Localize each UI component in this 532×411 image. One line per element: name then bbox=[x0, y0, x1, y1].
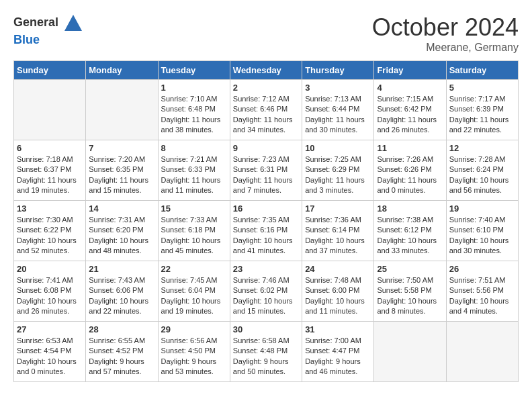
day-number: 29 bbox=[161, 324, 227, 334]
sunset: Sunset: 6:26 PM bbox=[377, 165, 443, 175]
day-number: 14 bbox=[89, 203, 154, 214]
daylight: Daylight: 11 hours and 30 minutes. bbox=[305, 115, 371, 136]
calendar-cell: 10Sunrise: 7:25 AMSunset: 6:29 PMDayligh… bbox=[302, 140, 374, 201]
sunrise: Sunrise: 7:30 AM bbox=[17, 215, 83, 225]
calendar-cell: 12Sunrise: 7:28 AMSunset: 6:24 PMDayligh… bbox=[446, 140, 518, 201]
daylight: Daylight: 10 hours and 4 minutes. bbox=[449, 296, 515, 317]
sunset: Sunset: 6:12 PM bbox=[377, 225, 443, 235]
sunrise: Sunrise: 7:43 AM bbox=[89, 275, 154, 285]
calendar-cell: 5Sunrise: 7:17 AMSunset: 6:39 PMDaylight… bbox=[446, 80, 518, 140]
sunrise: Sunrise: 7:28 AM bbox=[449, 154, 515, 165]
sunrise: Sunrise: 7:12 AM bbox=[233, 94, 299, 104]
calendar-cell: 13Sunrise: 7:30 AMSunset: 6:22 PMDayligh… bbox=[14, 201, 86, 261]
daylight: Daylight: 9 hours and 57 minutes. bbox=[89, 357, 154, 377]
calendar-cell: 2Sunrise: 7:12 AMSunset: 6:46 PMDaylight… bbox=[230, 80, 302, 140]
sunrise: Sunrise: 7:35 AM bbox=[233, 215, 299, 225]
sunrise: Sunrise: 7:46 AM bbox=[233, 275, 299, 285]
sunset: Sunset: 6:00 PM bbox=[305, 285, 371, 295]
day-number: 11 bbox=[377, 143, 443, 153]
daylight: Daylight: 11 hours and 22 minutes. bbox=[449, 115, 515, 136]
sunrise: Sunrise: 7:21 AM bbox=[161, 154, 227, 165]
sunset: Sunset: 6:06 PM bbox=[89, 285, 154, 295]
day-info: Sunrise: 6:58 AMSunset: 4:48 PMDaylight:… bbox=[233, 336, 299, 377]
sunset: Sunset: 6:18 PM bbox=[161, 225, 227, 235]
day-info: Sunrise: 6:56 AMSunset: 4:50 PMDaylight:… bbox=[161, 336, 227, 377]
calendar-cell: 21Sunrise: 7:43 AMSunset: 6:06 PMDayligh… bbox=[86, 261, 158, 322]
sunset: Sunset: 6:35 PM bbox=[89, 165, 154, 175]
sunrise: Sunrise: 7:20 AM bbox=[89, 154, 154, 165]
day-number: 2 bbox=[233, 83, 299, 93]
day-info: Sunrise: 7:26 AMSunset: 6:26 PMDaylight:… bbox=[377, 154, 443, 196]
daylight: Daylight: 10 hours and 45 minutes. bbox=[161, 236, 227, 257]
sunset: Sunset: 6:10 PM bbox=[449, 225, 515, 235]
calendar-cell: 30Sunrise: 6:58 AMSunset: 4:48 PMDayligh… bbox=[230, 322, 302, 382]
daylight: Daylight: 9 hours and 53 minutes. bbox=[161, 357, 227, 377]
sunset: Sunset: 6:48 PM bbox=[161, 104, 227, 114]
calendar-cell: 26Sunrise: 7:51 AMSunset: 5:56 PMDayligh… bbox=[446, 261, 518, 322]
day-info: Sunrise: 7:23 AMSunset: 6:31 PMDaylight:… bbox=[233, 154, 299, 196]
day-number: 6 bbox=[17, 143, 83, 153]
sunrise: Sunrise: 7:25 AM bbox=[305, 154, 371, 165]
day-info: Sunrise: 7:17 AMSunset: 6:39 PMDaylight:… bbox=[449, 94, 515, 136]
sunset: Sunset: 4:47 PM bbox=[305, 346, 371, 356]
day-info: Sunrise: 7:43 AMSunset: 6:06 PMDaylight:… bbox=[89, 275, 154, 317]
day-number: 1 bbox=[161, 83, 227, 93]
calendar-cell bbox=[446, 322, 518, 382]
calendar-cell: 9Sunrise: 7:23 AMSunset: 6:31 PMDaylight… bbox=[230, 140, 302, 201]
column-header-friday: Friday bbox=[374, 61, 446, 80]
daylight: Daylight: 11 hours and 34 minutes. bbox=[233, 115, 299, 136]
column-header-monday: Monday bbox=[86, 61, 158, 80]
daylight: Daylight: 10 hours and 11 minutes. bbox=[305, 296, 371, 317]
calendar-cell bbox=[14, 80, 86, 140]
calendar-cell: 28Sunrise: 6:55 AMSunset: 4:52 PMDayligh… bbox=[86, 322, 158, 382]
daylight: Daylight: 10 hours and 37 minutes. bbox=[305, 236, 371, 257]
day-info: Sunrise: 7:41 AMSunset: 6:08 PMDaylight:… bbox=[17, 275, 83, 317]
day-info: Sunrise: 7:48 AMSunset: 6:00 PMDaylight:… bbox=[305, 275, 371, 317]
day-number: 5 bbox=[449, 83, 515, 93]
sunset: Sunset: 6:22 PM bbox=[17, 225, 83, 235]
day-number: 10 bbox=[305, 143, 371, 153]
daylight: Daylight: 11 hours and 26 minutes. bbox=[377, 115, 443, 136]
daylight: Daylight: 11 hours and 7 minutes. bbox=[233, 175, 299, 196]
month-title: October 2024 bbox=[372, 13, 519, 42]
day-number: 4 bbox=[377, 83, 443, 93]
calendar-cell: 25Sunrise: 7:50 AMSunset: 5:58 PMDayligh… bbox=[374, 261, 446, 322]
header-row: SundayMondayTuesdayWednesdayThursdayFrid… bbox=[14, 61, 519, 80]
day-number: 25 bbox=[377, 264, 443, 274]
sunrise: Sunrise: 7:45 AM bbox=[161, 275, 227, 285]
day-info: Sunrise: 7:51 AMSunset: 5:56 PMDaylight:… bbox=[449, 275, 515, 317]
sunset: Sunset: 6:37 PM bbox=[17, 165, 83, 175]
day-number: 15 bbox=[161, 203, 227, 214]
logo-blue: Blue bbox=[13, 34, 83, 47]
daylight: Daylight: 10 hours and 52 minutes. bbox=[17, 236, 83, 257]
day-number: 28 bbox=[89, 324, 154, 334]
daylight: Daylight: 9 hours and 50 minutes. bbox=[233, 357, 299, 377]
day-number: 23 bbox=[233, 264, 299, 274]
sunset: Sunset: 6:02 PM bbox=[233, 285, 299, 295]
sunrise: Sunrise: 7:10 AM bbox=[161, 94, 227, 104]
week-row-3: 13Sunrise: 7:30 AMSunset: 6:22 PMDayligh… bbox=[14, 201, 519, 261]
daylight: Daylight: 10 hours and 33 minutes. bbox=[377, 236, 443, 257]
column-header-wednesday: Wednesday bbox=[230, 61, 302, 80]
sunrise: Sunrise: 7:15 AM bbox=[377, 94, 443, 104]
daylight: Daylight: 10 hours and 22 minutes. bbox=[89, 296, 154, 317]
day-info: Sunrise: 7:50 AMSunset: 5:58 PMDaylight:… bbox=[377, 275, 443, 317]
day-info: Sunrise: 7:21 AMSunset: 6:33 PMDaylight:… bbox=[161, 154, 227, 196]
day-info: Sunrise: 7:12 AMSunset: 6:46 PMDaylight:… bbox=[233, 94, 299, 136]
sunset: Sunset: 6:08 PM bbox=[17, 285, 83, 295]
daylight: Daylight: 11 hours and 3 minutes. bbox=[305, 175, 371, 196]
day-info: Sunrise: 7:40 AMSunset: 6:10 PMDaylight:… bbox=[449, 215, 515, 257]
daylight: Daylight: 10 hours and 30 minutes. bbox=[449, 236, 515, 257]
day-info: Sunrise: 7:33 AMSunset: 6:18 PMDaylight:… bbox=[161, 215, 227, 257]
sunset: Sunset: 6:39 PM bbox=[449, 104, 515, 114]
day-info: Sunrise: 7:30 AMSunset: 6:22 PMDaylight:… bbox=[17, 215, 83, 257]
day-info: Sunrise: 7:46 AMSunset: 6:02 PMDaylight:… bbox=[233, 275, 299, 317]
sunset: Sunset: 4:54 PM bbox=[17, 346, 83, 356]
day-number: 7 bbox=[89, 143, 154, 153]
day-number: 8 bbox=[161, 143, 227, 153]
sunrise: Sunrise: 7:18 AM bbox=[17, 154, 83, 165]
sunset: Sunset: 6:20 PM bbox=[89, 225, 154, 235]
sunrise: Sunrise: 6:58 AM bbox=[233, 336, 299, 346]
sunrise: Sunrise: 7:00 AM bbox=[305, 336, 371, 346]
column-header-thursday: Thursday bbox=[302, 61, 374, 80]
